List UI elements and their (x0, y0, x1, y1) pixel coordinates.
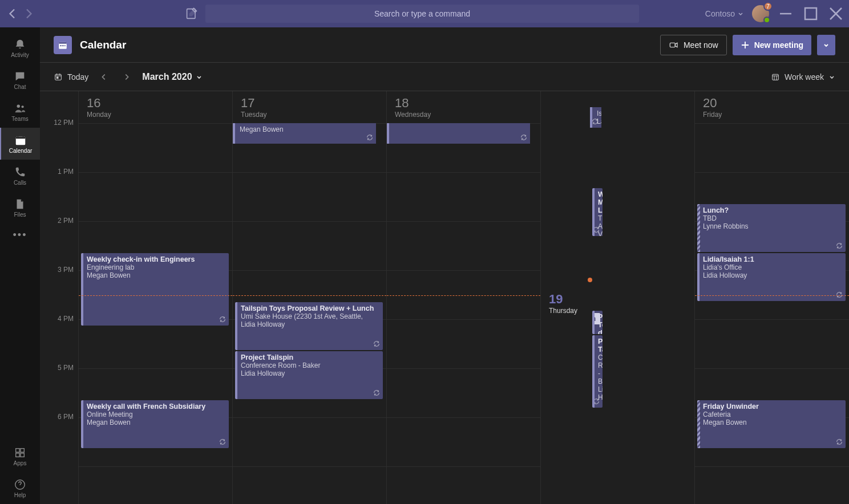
close-button[interactable] (827, 5, 844, 22)
svg-rect-6 (16, 448, 19, 452)
calendar-event[interactable] (387, 123, 530, 144)
meet-now-button[interactable]: Meet now (660, 35, 727, 55)
day-header[interactable]: 17Tuesday (233, 91, 386, 123)
forward-button[interactable] (22, 7, 35, 21)
day-header[interactable]: 20Friday (695, 91, 849, 123)
rail-label: Help (14, 492, 26, 498)
svg-rect-12 (59, 42, 67, 43)
new-meeting-button[interactable]: New meeting (733, 35, 811, 55)
view-picker[interactable]: Work week (771, 72, 835, 82)
recurring-icon (835, 242, 843, 250)
time-gutter: 12 PM1 PM2 PM3 PM4 PM5 PM6 PM (40, 91, 79, 504)
event-location: Conference Room - Baker (241, 361, 378, 369)
calendar-view-icon (771, 72, 780, 82)
day-header[interactable]: 16Monday (79, 91, 232, 123)
presence-indicator (763, 17, 770, 23)
event-title: Project Tailspin (241, 353, 378, 361)
event-organizer: Megan Bowen (87, 418, 224, 426)
rail-label: Teams (11, 116, 28, 122)
calendar-event[interactable]: Lunch?TBDLynne Robbins (697, 204, 846, 252)
org-switcher[interactable]: Contoso (705, 9, 744, 18)
recurring-icon (591, 117, 599, 125)
svg-rect-15 (64, 45, 66, 46)
time-label: 3 PM (40, 266, 78, 315)
avatar[interactable]: 7 (752, 5, 769, 22)
day-header[interactable]: 18Wednesday (387, 91, 540, 123)
rail-teams[interactable]: Teams (0, 96, 40, 128)
rail-more[interactable]: ••• (0, 223, 40, 246)
recurring-icon (592, 397, 600, 405)
day-number: 18 (395, 96, 532, 111)
event-location: TBD (703, 214, 841, 222)
join-button[interactable]: Join (592, 313, 600, 324)
rail-apps[interactable]: Apps (0, 440, 40, 472)
day-header[interactable]: 19Thursday (541, 287, 585, 319)
month-picker[interactable]: March 2020 (142, 72, 202, 82)
time-label: 4 PM (40, 315, 78, 364)
rail-files[interactable]: Files (0, 192, 40, 223)
rail-activity[interactable]: Activity (0, 32, 40, 64)
calendar-event[interactable]: Project TailspinConference Room - BakerL… (235, 351, 383, 399)
back-button[interactable] (6, 7, 19, 21)
new-note-icon[interactable] (185, 7, 199, 21)
day-name: Monday (87, 111, 224, 119)
now-indicator (233, 295, 386, 296)
now-indicator (79, 295, 232, 296)
rail-calendar[interactable]: Calendar (0, 128, 40, 160)
calendar-event[interactable]: Friday UnwinderCafeteriaMegan Bowen (697, 400, 846, 448)
maximize-button[interactable] (802, 5, 819, 22)
rail-chat[interactable]: Chat (0, 64, 40, 96)
day-number: 20 (703, 96, 841, 111)
svg-rect-18 (56, 77, 58, 79)
day-body[interactable]: Megan BowenTailspin Toys Proposal Review… (233, 123, 386, 504)
video-icon (669, 40, 679, 50)
calendar-event[interactable]: Project Teams deploymentMegan BowenJoin (592, 311, 603, 334)
org-name: Contoso (705, 9, 735, 18)
notification-badge: 7 (763, 2, 773, 11)
calendar-event[interactable]: Weekly Marketing LunchTBDAdele Vance (592, 188, 603, 236)
prev-button[interactable] (96, 70, 111, 84)
svg-rect-19 (773, 74, 779, 80)
calendar-event[interactable]: Project TailspinConference Room - BakerL… (592, 335, 603, 408)
svg-rect-5 (16, 136, 26, 139)
calendar-event[interactable]: Tailspin Toys Proposal Review + LunchUmi… (235, 302, 383, 350)
calendar-event[interactable]: Megan Bowen (233, 123, 376, 144)
event-location: Lidia's Office (703, 263, 841, 271)
more-icon: ••• (13, 229, 27, 241)
event-organizer: Megan Bowen (87, 271, 224, 279)
svg-rect-14 (62, 45, 63, 46)
svg-rect-9 (21, 453, 24, 456)
day-body[interactable]: Lunch?TBDLynne RobbinsLidia/Isaiah 1:1Li… (695, 123, 849, 504)
today-button[interactable]: Today (54, 72, 88, 82)
calendar-event[interactable]: Isaiah Langer (590, 107, 601, 128)
calendar-grid: 12 PM1 PM2 PM3 PM4 PM5 PM6 PM 16MondayWe… (40, 91, 849, 504)
day-body[interactable]: Weekly check-in with EngineersEngineerin… (79, 123, 232, 504)
event-title: Weekly check-in with Engineers (87, 255, 224, 263)
rail-label: Calendar (9, 148, 33, 154)
event-location: Cafeteria (703, 410, 841, 418)
rail-calls[interactable]: Calls (0, 160, 40, 192)
calendar-event[interactable]: Lidia/Isaiah 1:1Lidia's OfficeLidia Holl… (697, 253, 846, 301)
day-number: 17 (241, 96, 378, 111)
next-button[interactable] (119, 70, 134, 84)
day-column: 17TuesdayMegan BowenTailspin Toys Propos… (233, 91, 387, 504)
svg-point-2 (17, 104, 21, 108)
day-name: Thursday (549, 307, 577, 315)
calendar-event[interactable]: Weekly call with French SubsidiaryOnline… (81, 400, 229, 448)
minimize-button[interactable] (777, 5, 794, 22)
main-panel: Calendar Meet now New meeting Today M (40, 27, 849, 504)
chevron-down-icon (737, 10, 744, 17)
recurring-icon (835, 291, 843, 299)
day-body[interactable] (387, 123, 540, 504)
search-input[interactable]: Search or type a command (205, 5, 639, 23)
now-indicator (695, 295, 849, 296)
view-label: Work week (785, 72, 824, 82)
time-label: 1 PM (40, 168, 78, 217)
calendar-event[interactable]: Weekly check-in with EngineersEngineerin… (81, 253, 229, 326)
event-organizer: Lynne Robbins (703, 222, 841, 230)
new-meeting-chevron[interactable] (817, 35, 835, 55)
rail-help[interactable]: Help (0, 472, 40, 504)
day-name: Friday (703, 111, 841, 119)
page-header: Calendar Meet now New meeting (40, 27, 849, 63)
rail-label: Apps (14, 460, 27, 466)
